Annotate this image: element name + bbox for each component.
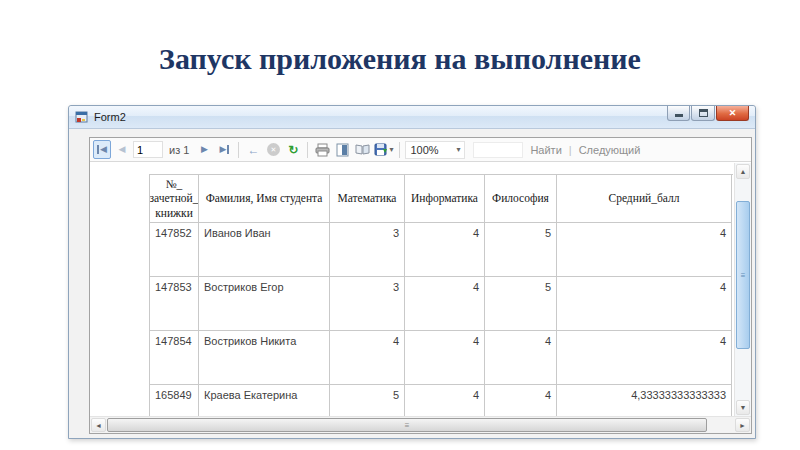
app-window: Form2 ✕ ◀ ◀ из 1 ▶ ▶ [68,105,756,439]
minimize-button[interactable] [667,106,690,121]
back-arrow-icon: ← [247,143,259,157]
print-layout-button[interactable] [333,140,351,159]
first-page-icon: ◀ [97,145,107,154]
table-cell: 5 [485,223,557,277]
print-button[interactable] [313,140,331,159]
previous-page-button[interactable]: ◀ [113,140,131,159]
toolbar-separator [307,142,308,158]
table-cell: 4 [557,277,732,331]
column-header: Философия [485,175,557,223]
report-viewer: ◀ ◀ из 1 ▶ ▶ ← ✕ [89,137,752,434]
back-to-parent-button[interactable]: ← [244,140,262,159]
report-toolbar: ◀ ◀ из 1 ▶ ▶ ← ✕ [90,138,751,162]
page-setup-icon [355,143,370,156]
find-next-separator: | [569,144,572,156]
scroll-up-button[interactable]: ▲ [736,164,750,179]
current-page-input[interactable] [133,141,163,158]
column-header: Средний_балл [557,175,732,223]
table-cell: 147854 [150,331,199,385]
minimize-icon [675,114,683,117]
vertical-scrollbar[interactable]: ▲ ≡ ▼ [734,163,751,416]
save-export-icon [374,143,387,156]
search-input[interactable] [473,142,523,158]
table-cell: 3 [330,223,405,277]
export-button[interactable]: ▾ [373,140,394,159]
table-cell: 4 [330,331,405,385]
last-page-button[interactable]: ▶ [215,140,233,159]
zoom-select[interactable]: 100% ▾ [405,141,465,159]
find-link[interactable]: Найти [525,144,566,156]
table-cell: Иванов Иван [199,223,330,277]
export-dropdown-caret-icon: ▾ [389,145,393,154]
scroll-down-icon: ▼ [740,404,747,411]
table-cell: 147853 [150,277,199,331]
zoom-value: 100% [410,144,438,156]
thumb-grip-icon: ≡ [405,421,410,430]
last-page-icon: ▶ [219,145,229,154]
report-table: №_ зачетной_ книжки Фамилия, Имя студент… [149,174,733,433]
table-cell: 3 [330,277,405,331]
scroll-right-icon: ► [739,422,746,429]
table-cell: 4 [405,223,485,277]
refresh-icon: ↻ [288,143,298,157]
table-cell: Востриков Егор [199,277,330,331]
vertical-scrollbar-thumb[interactable]: ≡ [736,201,750,349]
toolbar-separator [238,142,239,158]
horizontal-scrollbar-thumb[interactable]: ≡ [107,418,707,432]
scroll-left-button[interactable]: ◄ [91,418,106,432]
table-cell: 4 [405,277,485,331]
page-setup-button[interactable] [353,140,371,159]
refresh-button[interactable]: ↻ [284,140,302,159]
table-cell: 4 [485,331,557,385]
toolbar-separator [399,142,400,158]
scroll-down-button[interactable]: ▼ [736,400,750,415]
printer-icon [315,143,330,157]
slide-title: Запуск приложения на выполнение [0,42,800,76]
window-title: Form2 [94,111,126,123]
table-cell: 147852 [150,223,199,277]
zoom-dropdown-caret-icon: ▾ [456,145,460,154]
table-cell: 4 [405,331,485,385]
window-titlebar[interactable]: Form2 ✕ [69,106,755,129]
scroll-right-button[interactable]: ► [735,418,750,432]
table-cell: 4 [557,331,732,385]
find-next-link[interactable]: Следующий [574,144,646,156]
horizontal-scrollbar[interactable]: ◄ ≡ ► [90,416,751,433]
maximize-button[interactable] [691,106,715,121]
stop-rendering-button[interactable]: ✕ [264,140,282,159]
table-cell: Востриков Никита [199,331,330,385]
close-button[interactable]: ✕ [716,106,749,121]
table-cell: 5 [485,277,557,331]
students-grades-grid: №_ зачетной_ книжки Фамилия, Имя студент… [149,174,733,433]
scroll-left-icon: ◄ [95,422,102,429]
maximize-icon [699,109,708,117]
report-page-area: №_ зачетной_ книжки Фамилия, Имя студент… [90,163,751,433]
column-header: Информатика [405,175,485,223]
slide-background: Запуск приложения на выполнение Form2 ✕ … [0,0,800,450]
stop-icon: ✕ [267,143,280,156]
page-count-label: из 1 [165,144,193,156]
table-cell: 4 [557,223,732,277]
scroll-up-icon: ▲ [740,168,747,175]
column-header: Фамилия, Имя студента [199,175,330,223]
column-header: №_ зачетной_ книжки [150,175,199,223]
window-controls: ✕ [667,106,749,121]
next-page-button[interactable]: ▶ [195,140,213,159]
print-layout-icon [336,143,349,157]
thumb-grip-icon: ≡ [741,271,746,280]
close-icon: ✕ [729,108,737,118]
previous-page-icon: ◀ [119,145,126,154]
first-page-button[interactable]: ◀ [93,140,111,159]
column-header: Математика [330,175,405,223]
next-page-icon: ▶ [201,145,208,154]
form-app-icon [75,110,89,124]
